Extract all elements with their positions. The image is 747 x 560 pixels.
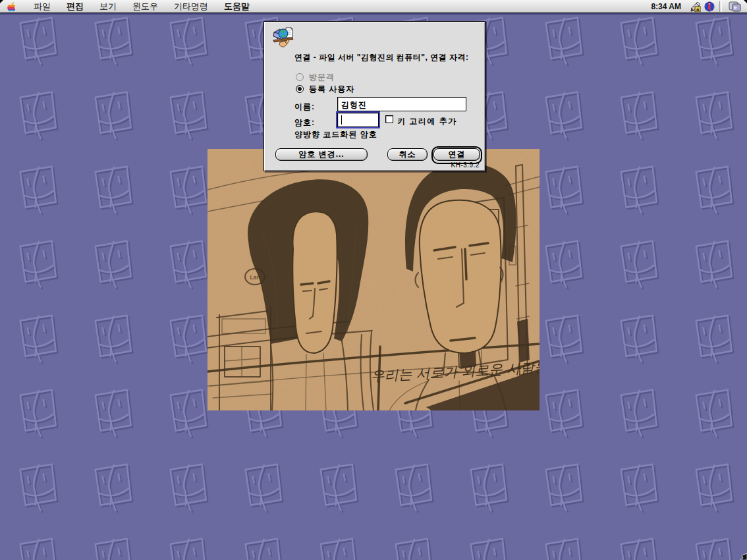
menu-window[interactable]: 윈도우 <box>124 0 166 13</box>
cancel-button[interactable]: 취소 <box>387 148 428 161</box>
application-menu-icon <box>729 1 741 12</box>
registered-radio[interactable] <box>296 85 304 93</box>
guest-radio-label: 방문객 <box>309 72 335 83</box>
round-app-icon[interactable] <box>702 1 717 13</box>
apple-menu-icon[interactable] <box>7 1 16 12</box>
menu-bar: 파일 편집 보기 윈도우 기타명령 도움말 8:34 AM a <box>0 0 747 13</box>
menu-edit[interactable]: 편집 <box>59 0 92 13</box>
guest-radio <box>296 73 304 81</box>
screen-corner <box>0 0 3 3</box>
menubar-divider <box>719 1 722 12</box>
version-label: KH-3.9.2 <box>451 161 480 169</box>
menu-view[interactable]: 보기 <box>92 0 124 13</box>
text-caret <box>341 115 342 125</box>
name-label: 이름: <box>294 101 315 113</box>
menu-other-commands[interactable]: 기타명령 <box>166 0 216 13</box>
radio-row-registered: 등록 사용자 <box>296 84 354 94</box>
keychain-checkbox[interactable] <box>385 115 393 123</box>
keychain-checkbox-label: 키 고리에 추가 <box>397 116 457 127</box>
radio-row-guest: 방문객 <box>296 72 335 82</box>
password-label: 암호: <box>294 117 315 128</box>
registered-radio-label: 등록 사용자 <box>309 84 354 95</box>
menu-help[interactable]: 도움말 <box>216 0 258 13</box>
connect-dialog: 연결 - 파일 서버 "김형진의 컴퓨터", 연결 자격: 방문객 등록 사용자… <box>263 21 485 171</box>
change-password-button[interactable]: 암호 변경... <box>275 148 368 161</box>
connect-button[interactable]: 연결 <box>433 148 480 161</box>
dialog-title: 연결 - 파일 서버 "김형진의 컴퓨터", 연결 자격: <box>294 52 469 63</box>
menu-file[interactable]: 파일 <box>26 0 59 13</box>
application-menu[interactable] <box>725 1 744 13</box>
input-method-pencil-icon[interactable]: a <box>688 1 702 13</box>
mouse-cursor <box>739 552 747 560</box>
name-input[interactable]: 김형진 <box>337 97 466 111</box>
appleshare-icon <box>272 26 294 49</box>
menubar-clock[interactable]: 8:34 AM <box>644 2 688 11</box>
desktop-picture-sketch: Lan <box>208 149 540 410</box>
password-encryption-hint: 양방향 코드화된 암호 <box>294 129 377 140</box>
password-input[interactable] <box>337 113 379 127</box>
